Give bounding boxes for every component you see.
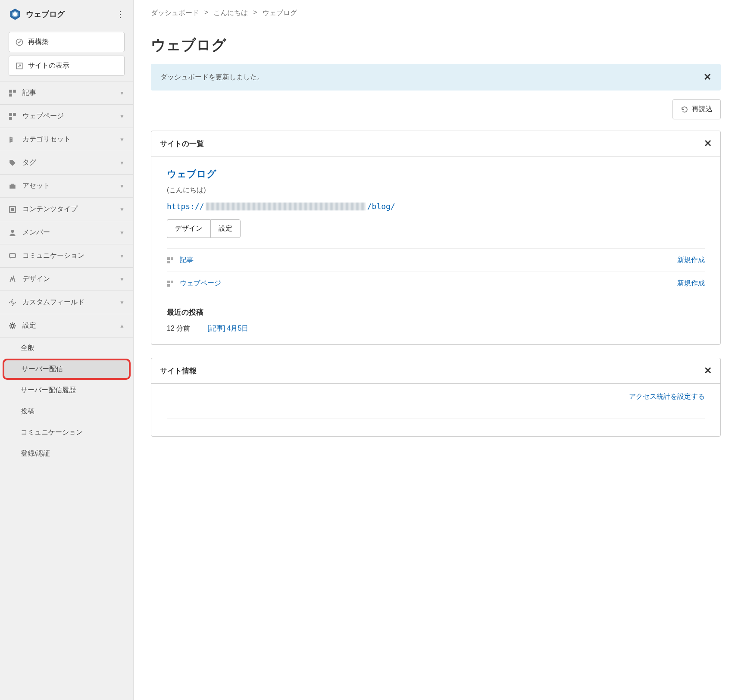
subnav-general[interactable]: 全般	[0, 338, 133, 359]
svg-rect-14	[9, 253, 16, 257]
alert-close-icon[interactable]: ✕	[704, 72, 711, 83]
breadcrumb-separator: >	[204, 9, 208, 18]
nav-item-entries[interactable]: 記事 ▼	[0, 81, 133, 105]
nav-item-design[interactable]: デザイン ▼	[0, 268, 133, 291]
site-list-panel: サイトの一覧 ✕ ウェブログ (こんにちは) https:// /blog/ デ…	[151, 131, 721, 345]
nav-label: メンバー	[22, 228, 50, 237]
nav-label: コンテンツタイプ	[22, 205, 78, 214]
chevron-down-icon: ▼	[119, 160, 125, 166]
nav-item-pages[interactable]: ウェブページ ▼	[0, 105, 133, 128]
entries-icon	[167, 257, 174, 264]
external-icon	[15, 62, 24, 70]
svg-rect-4	[13, 90, 16, 93]
breadcrumb-separator: >	[253, 9, 257, 18]
subnav-registration[interactable]: 登録/認証	[0, 443, 133, 464]
recent-post-row: 12 分前 [記事] 4月5日	[167, 324, 705, 333]
panel-title: サイト情報	[160, 366, 197, 376]
breadcrumb-item[interactable]: こんにちは	[213, 9, 248, 18]
nav-label: 記事	[22, 88, 36, 97]
nav-item-tags[interactable]: タグ ▼	[0, 151, 133, 175]
alert-message: ダッシュボードを更新しました。	[160, 73, 264, 82]
svg-rect-21	[167, 281, 170, 283]
tag-icon	[9, 159, 16, 167]
svg-rect-20	[167, 261, 170, 263]
content-links: 記事 新規作成 ウェブページ 新規作成	[167, 248, 705, 295]
panel-header: サイト情報 ✕	[151, 358, 720, 384]
chevron-down-icon: ▼	[119, 206, 125, 212]
svg-rect-8	[9, 117, 12, 120]
panel-body: アクセス統計を設定する	[151, 384, 720, 436]
reload-row: 再読込	[151, 99, 721, 119]
svg-point-15	[11, 300, 13, 303]
rebuild-button[interactable]: 再構築	[9, 32, 125, 52]
sidebar-header: ウェブログ ⋮	[0, 0, 133, 28]
svg-rect-5	[9, 94, 12, 97]
nav-label: ウェブページ	[22, 112, 64, 121]
nav-item-customfields[interactable]: カスタムフィールド ▼	[0, 291, 133, 314]
svg-rect-12	[11, 208, 14, 211]
nav-item-categories[interactable]: カテゴリセット ▼	[0, 128, 133, 151]
sidebar-nav: 記事 ▼ ウェブページ ▼ カテゴリセット ▼ タグ ▼	[0, 81, 133, 464]
svg-point-17	[11, 324, 14, 327]
pages-link[interactable]: ウェブページ	[180, 279, 221, 288]
nav-item-contenttype[interactable]: コンテンツタイプ ▼	[0, 198, 133, 221]
svg-rect-22	[171, 281, 173, 283]
breadcrumb-item: ウェブログ	[263, 9, 297, 18]
pages-icon	[167, 280, 174, 287]
configure-stats-link[interactable]: アクセス統計を設定する	[629, 392, 705, 401]
nav-label: デザイン	[22, 275, 50, 284]
breadcrumb-item[interactable]: ダッシュボード	[151, 9, 199, 18]
page-title: ウェブログ	[151, 35, 721, 55]
subnav-compose[interactable]: 投稿	[0, 401, 133, 422]
chevron-down-icon: ▼	[119, 230, 125, 236]
design-button[interactable]: デザイン	[167, 219, 210, 238]
subnav-communication[interactable]: コミュニケーション	[0, 422, 133, 443]
url-prefix: https://	[167, 202, 204, 211]
view-site-label: サイトの表示	[28, 61, 69, 70]
site-url[interactable]: https:// /blog/	[167, 202, 705, 211]
panel-close-icon[interactable]: ✕	[704, 138, 712, 149]
svg-rect-9	[9, 184, 16, 188]
chevron-down-icon: ▼	[119, 253, 125, 259]
view-site-button[interactable]: サイトの表示	[9, 56, 125, 76]
recent-posts-title: 最近の投稿	[167, 307, 705, 317]
chevron-down-icon: ▼	[119, 183, 125, 189]
nav-item-settings[interactable]: 設定 ▲	[0, 314, 133, 338]
site-title[interactable]: ウェブログ	[26, 9, 65, 19]
asset-icon	[9, 182, 16, 190]
nav-label: タグ	[22, 158, 36, 167]
nav-item-communication[interactable]: コミュニケーション ▼	[0, 244, 133, 268]
reload-icon	[681, 106, 688, 113]
site-name-link[interactable]: ウェブログ	[167, 169, 216, 179]
svg-rect-10	[11, 184, 14, 184]
communication-icon	[9, 252, 16, 260]
panel-close-icon[interactable]: ✕	[704, 365, 712, 376]
svg-rect-19	[171, 257, 173, 260]
entries-link[interactable]: 記事	[180, 256, 194, 265]
svg-point-13	[11, 230, 14, 233]
subnav-server-sync-history[interactable]: サーバー配信履歴	[0, 380, 133, 401]
svg-point-16	[13, 303, 15, 305]
link-row-pages: ウェブページ 新規作成	[167, 272, 705, 295]
rebuild-icon	[15, 38, 24, 47]
chevron-up-icon: ▲	[119, 323, 125, 329]
create-page-link[interactable]: 新規作成	[677, 279, 705, 288]
svg-rect-7	[13, 113, 16, 116]
settings-icon	[9, 322, 16, 330]
subnav-server-sync[interactable]: サーバー配信	[3, 359, 131, 380]
nav-item-members[interactable]: メンバー ▼	[0, 221, 133, 244]
sidebar: ウェブログ ⋮ 再構築 サイトの表示 記事 ▼ ウェブページ ▼	[0, 0, 134, 700]
create-entry-link[interactable]: 新規作成	[677, 256, 705, 265]
settings-button[interactable]: 設定	[210, 219, 241, 238]
site-info-panel: サイト情報 ✕ アクセス統計を設定する	[151, 358, 721, 437]
svg-rect-18	[167, 257, 170, 260]
nav-item-assets[interactable]: アセット ▼	[0, 175, 133, 198]
settings-subnav: 全般 サーバー配信 サーバー配信履歴 投稿 コミュニケーション 登録/認証	[0, 338, 133, 464]
menu-dots-icon[interactable]: ⋮	[116, 9, 125, 19]
reload-button[interactable]: 再読込	[672, 99, 721, 119]
main-content: ダッシュボード > こんにちは > ウェブログ ウェブログ ダッシュボードを更新…	[134, 0, 738, 700]
rebuild-label: 再構築	[28, 38, 49, 47]
svg-rect-6	[9, 113, 12, 116]
recent-post-link[interactable]: [記事] 4月5日	[207, 324, 248, 333]
site-action-buttons: デザイン 設定	[167, 219, 705, 238]
